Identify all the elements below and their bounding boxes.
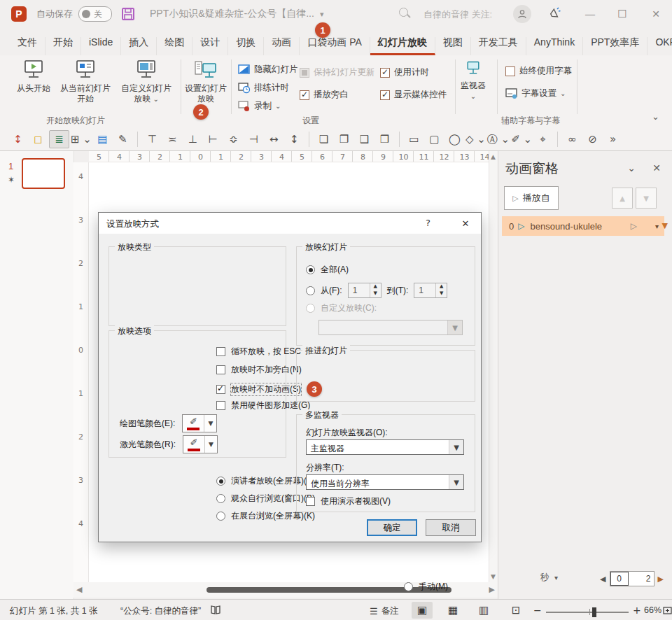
scroll-left-icon[interactable]: ◀: [76, 585, 82, 594]
smart-align-icon[interactable]: ≣: [49, 130, 69, 148]
rounded-rectangle-icon[interactable]: ▢: [425, 130, 444, 148]
divider[interactable]: [557, 132, 558, 147]
zoom-slider-track[interactable]: [546, 612, 629, 613]
avatar[interactable]: [513, 5, 531, 23]
slide-sorter-button[interactable]: ▦: [442, 602, 463, 619]
cancel-button[interactable]: 取消: [426, 519, 476, 536]
animation-item[interactable]: 0 ▷ bensound-ukulele ▷ ▾: [502, 216, 664, 236]
vertical-scrollbar[interactable]: ▲ ▼: [489, 151, 498, 582]
send-to-back-icon[interactable]: ❒: [375, 130, 394, 148]
monitor-combo[interactable]: 主监视器 ▼: [306, 439, 464, 455]
spin-up-icon[interactable]: ▲: [436, 283, 447, 290]
search-icon[interactable]: [399, 8, 408, 17]
slideshow-view-button[interactable]: ⊡: [505, 602, 526, 619]
align-bottom-icon[interactable]: ⊥: [183, 130, 202, 148]
caption-settings-button[interactable]: 字幕设置 ⌄: [505, 87, 566, 99]
pen-color-picker[interactable]: ✐ ▼: [182, 414, 217, 432]
combine-shapes-icon[interactable]: ⊘: [583, 130, 602, 148]
ribbon-tab[interactable]: OKPlus 8.5: [648, 37, 672, 55]
move-earlier-button[interactable]: ▲: [612, 188, 633, 209]
fit-text-icon[interactable]: ↕: [8, 130, 27, 148]
distribute-horizontal-icon[interactable]: ↔: [265, 130, 284, 148]
shapes-icon[interactable]: ◇ ⌄: [465, 130, 486, 148]
notes-button[interactable]: ☰ 备注: [370, 605, 399, 617]
divider[interactable]: [309, 132, 309, 147]
show-media-checkbox[interactable]: 显示媒体控件: [380, 89, 447, 101]
item-expand-arrow-icon[interactable]: ▼: [662, 221, 668, 230]
scroll-right-icon[interactable]: ▶: [489, 585, 495, 594]
hide-slide-button[interactable]: 隐藏幻灯片: [238, 64, 298, 76]
align-middle-icon[interactable]: ≍: [163, 130, 182, 148]
ribbon-tab[interactable]: 切换: [228, 37, 264, 55]
checkbox-option[interactable]: 放映时不加旁白(N): [216, 364, 302, 376]
account-text[interactable]: 自律的音律 关注:: [424, 8, 492, 21]
from-beginning-button[interactable]: 从头开始: [7, 59, 60, 94]
merge-shapes-icon[interactable]: ∞: [563, 130, 582, 148]
format-painter-icon[interactable]: ✎: [113, 130, 132, 148]
ribbon-tab[interactable]: PPT效率库: [583, 37, 648, 55]
resolution-combo[interactable]: 使用当前分辨率 ▼: [306, 474, 464, 490]
item-dropdown-icon[interactable]: ▾: [655, 223, 659, 230]
ribbon-tab[interactable]: 设计: [192, 37, 228, 55]
ribbon-tab[interactable]: 口袋动画 PA: [300, 37, 370, 55]
ribbon-tab[interactable]: AnyThink: [526, 37, 583, 55]
spin-up-icon[interactable]: ▲: [370, 283, 381, 290]
autosave-toggle[interactable]: 关: [78, 6, 112, 22]
pane-close-icon[interactable]: ✕: [652, 162, 661, 174]
textbox-icon[interactable]: Ⓐ ⌄: [487, 130, 510, 148]
ribbon-tab[interactable]: iSlide: [81, 37, 121, 55]
seconds-dropdown[interactable]: 秒 ▾: [540, 572, 558, 584]
ribbon-tab[interactable]: 视图: [435, 37, 471, 55]
ribbon-tab[interactable]: 开始: [46, 37, 81, 55]
custom-show-button[interactable]: 自定义幻灯片放映 ⌄: [118, 59, 175, 104]
spin-down-icon[interactable]: ▼: [370, 290, 381, 297]
bring-to-front-icon[interactable]: ❑: [355, 130, 374, 148]
edit-points-icon[interactable]: ⌖: [533, 130, 552, 148]
align-right-icon[interactable]: ⊣: [244, 130, 263, 148]
feedback-megaphone-icon[interactable]: [548, 6, 562, 23]
document-title[interactable]: PPT小知识&疑难杂症-公众号【自律...: [150, 8, 314, 20]
ribbon-tab[interactable]: 开发工具: [471, 37, 526, 55]
shape-outline-icon[interactable]: ✐ ⌄: [511, 130, 532, 148]
distribute-vertical-icon[interactable]: ↕: [285, 130, 304, 148]
proofing-book-icon[interactable]: [210, 605, 221, 617]
collapse-ribbon-button[interactable]: ⌄: [652, 111, 659, 122]
dialog-close-button[interactable]: ✕: [450, 213, 481, 234]
record-button[interactable]: 录制 ⌄: [238, 100, 281, 112]
use-timings-checkbox[interactable]: 使用计时: [380, 66, 429, 78]
divider[interactable]: [137, 132, 138, 147]
slides-all-radio[interactable]: 全部(A): [306, 264, 349, 276]
laser-color-picker[interactable]: ✐ ▼: [183, 435, 218, 453]
bring-forward-icon[interactable]: ❏: [314, 130, 333, 148]
zoom-percentage[interactable]: 66%: [644, 605, 662, 615]
divider[interactable]: [399, 132, 400, 147]
align-top-icon[interactable]: ⊤: [143, 130, 162, 148]
zoom-out-button[interactable]: −: [533, 605, 542, 616]
fit-to-window-icon[interactable]: [662, 605, 672, 618]
scroll-up-icon[interactable]: ▲: [491, 153, 496, 160]
close-button[interactable]: ✕: [644, 0, 668, 28]
to-spinner[interactable]: 1 ▲▼: [414, 283, 447, 298]
align-center-icon[interactable]: ≎: [224, 130, 243, 148]
maximize-button[interactable]: ☐: [610, 0, 634, 28]
send-backward-icon[interactable]: ❐: [335, 130, 354, 148]
scroll-down-icon[interactable]: ▼: [491, 573, 496, 580]
dialog-help-button[interactable]: ?: [426, 218, 430, 228]
timeline-left-icon[interactable]: ◀: [600, 575, 606, 584]
radio-option[interactable]: 手动(M): [404, 581, 448, 593]
setup-slideshow-button[interactable]: 设置幻灯片放映: [183, 59, 228, 104]
spin-down-icon[interactable]: ▼: [436, 290, 447, 297]
slide-layout-icon[interactable]: ▤: [93, 130, 112, 148]
slide-thumbnail[interactable]: [22, 158, 65, 189]
title-chevron-icon[interactable]: ▾: [320, 10, 324, 19]
always-captions-checkbox[interactable]: 始终使用字幕: [505, 65, 572, 77]
insert-placeholder-icon[interactable]: ⊞ ⌄: [71, 130, 92, 148]
minimize-button[interactable]: —: [578, 0, 602, 28]
zoom-slider-handle[interactable]: [592, 607, 596, 617]
normal-view-button[interactable]: ▣: [412, 602, 433, 619]
select-object-icon[interactable]: ◻: [29, 130, 48, 148]
powerpoint-app-icon[interactable]: P: [11, 6, 27, 22]
ribbon-tab[interactable]: 文件: [10, 37, 46, 55]
from-current-button[interactable]: 从当前幻灯片开始: [57, 59, 113, 104]
ribbon-tab[interactable]: 动画: [264, 37, 300, 55]
